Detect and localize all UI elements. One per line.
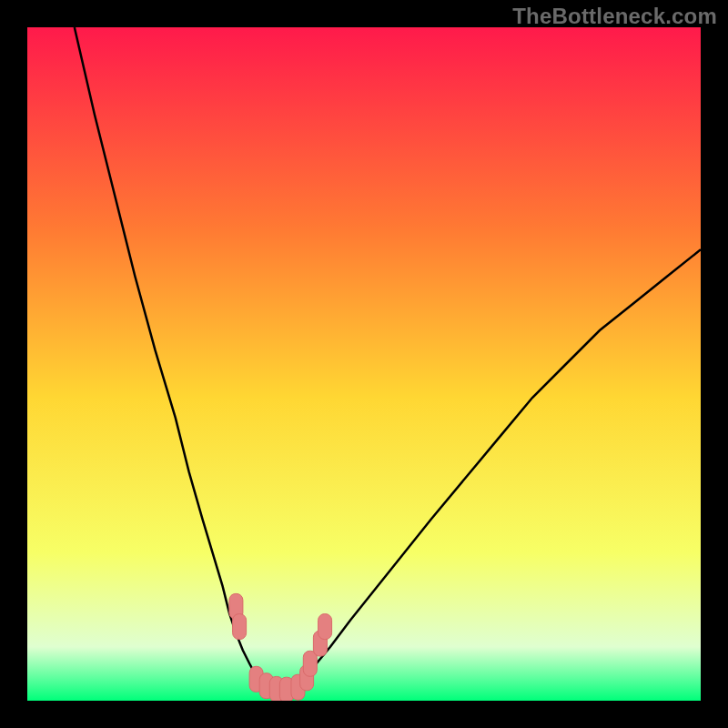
marker-point [233,614,247,640]
plot-area [27,27,701,701]
marker-point [303,651,317,676]
marker-point [318,614,332,640]
outer-frame: TheBottleneck.com [0,0,728,728]
chart-svg [27,27,701,701]
gradient-background [27,27,701,701]
watermark-text: TheBottleneck.com [512,4,717,29]
